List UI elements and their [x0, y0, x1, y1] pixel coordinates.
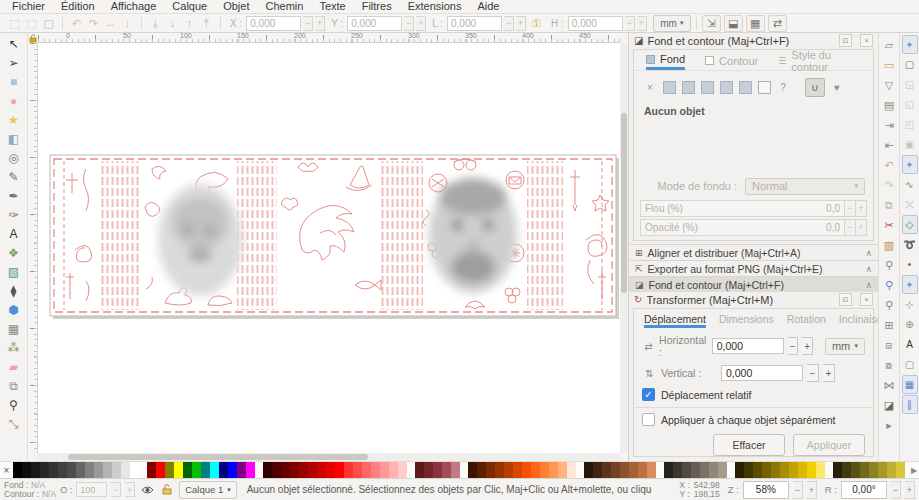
- color-swatch[interactable]: [317, 462, 326, 478]
- horizontal-minus-button[interactable]: −: [788, 337, 799, 355]
- opacity-indicator-field[interactable]: 100: [76, 482, 107, 497]
- color-swatch[interactable]: [878, 462, 887, 478]
- color-swatch[interactable]: [49, 462, 58, 478]
- blur-plus-button[interactable]: +: [856, 200, 867, 217]
- relative-move-checkbox[interactable]: ✓: [642, 388, 655, 401]
- color-swatch[interactable]: [673, 462, 682, 478]
- zoom-drawing-icon[interactable]: ⚲: [880, 275, 898, 295]
- color-swatch[interactable]: [103, 462, 112, 478]
- color-swatch[interactable]: [531, 462, 540, 478]
- color-swatch[interactable]: [638, 462, 647, 478]
- vertical-minus-button[interactable]: −: [807, 364, 819, 382]
- opacity-minus-button[interactable]: −: [845, 219, 856, 236]
- color-swatch[interactable]: [326, 462, 335, 478]
- color-swatch[interactable]: [833, 462, 842, 478]
- snap-others-icon[interactable]: ⌖: [902, 275, 918, 294]
- snap-path-icon[interactable]: ∿: [902, 175, 918, 194]
- color-swatch[interactable]: [771, 462, 780, 478]
- color-swatch[interactable]: [308, 462, 317, 478]
- opacity-minus-button[interactable]: −: [111, 482, 121, 497]
- palette-scroll-right-icon[interactable]: ▶: [911, 462, 919, 478]
- vertical-scrollbar-thumb[interactable]: [621, 113, 627, 293]
- color-swatch[interactable]: [620, 462, 629, 478]
- menu-texte[interactable]: Texte: [311, 0, 353, 13]
- zoom-field[interactable]: 58%: [743, 481, 789, 499]
- tab-stroke-paint[interactable]: Contour: [705, 54, 758, 70]
- color-swatch[interactable]: [272, 462, 281, 478]
- rotation-field[interactable]: 0,00°: [841, 481, 887, 499]
- paint-swatch-button[interactable]: [757, 81, 771, 95]
- color-swatch[interactable]: [753, 462, 762, 478]
- paint-pattern-button[interactable]: [719, 81, 733, 95]
- fill-stroke-title-bar[interactable]: ◪ Fond et contour (Maj+Ctrl+F) ⊡ ×: [629, 33, 878, 47]
- snap-enable-icon[interactable]: ⌖: [902, 35, 918, 54]
- color-swatch[interactable]: [67, 462, 76, 478]
- transform-tab[interactable]: Rotation: [787, 313, 826, 328]
- zoom-plus-button[interactable]: +: [807, 481, 817, 499]
- color-swatch[interactable]: [691, 462, 700, 478]
- x-minus-button[interactable]: −: [303, 16, 313, 31]
- iconify-transform-button[interactable]: ⊡: [839, 293, 852, 306]
- color-swatch[interactable]: [504, 462, 513, 478]
- dock-header-align[interactable]: ⊞ Aligner et distribuer (Maj+Ctrl+A) ∧: [629, 244, 878, 260]
- color-swatch[interactable]: [887, 462, 896, 478]
- vertical-plus-button[interactable]: +: [823, 364, 835, 382]
- bucket-tool[interactable]: ⬢: [2, 300, 26, 319]
- move-patterns-toggle-icon[interactable]: ⬓: [724, 15, 743, 32]
- undo-icon[interactable]: ↶: [880, 155, 898, 175]
- color-swatch[interactable]: [147, 462, 156, 478]
- move-gradients-toggle-icon[interactable]: ⇲: [702, 15, 721, 32]
- color-swatch[interactable]: [398, 462, 407, 478]
- snap-guide-icon[interactable]: ∥: [902, 395, 918, 414]
- color-swatch[interactable]: [629, 462, 638, 478]
- snap-bbox-midpoint-icon[interactable]: ◰: [902, 115, 918, 134]
- dock-header-export[interactable]: ⇱ Exporter au format PNG (Maj+Ctrl+E) ∧: [629, 260, 878, 276]
- clear-button[interactable]: Effacer: [713, 434, 785, 456]
- color-swatch[interactable]: [174, 462, 183, 478]
- dock-header-fill-stroke[interactable]: ◪ Fond et contour (Maj+Ctrl+F) ∧: [629, 276, 878, 292]
- fill-stroke-indicator[interactable]: Fond :N/A Contour :N/A: [4, 481, 56, 499]
- close-transform-button[interactable]: ×: [860, 293, 873, 306]
- y-field[interactable]: 0,000: [347, 16, 402, 31]
- rotation-plus-button[interactable]: +: [905, 481, 915, 499]
- vertical-field[interactable]: 0,000: [721, 365, 803, 381]
- redo-icon[interactable]: ↷: [880, 175, 898, 195]
- lock-ratio-icon[interactable]: ⚿: [528, 16, 545, 31]
- paint-unknown-button[interactable]: ?: [776, 81, 790, 95]
- menu-affichage[interactable]: Affichage: [103, 0, 165, 13]
- apply-button[interactable]: Appliquer: [793, 434, 865, 456]
- menu-objet[interactable]: Objet: [215, 0, 257, 13]
- color-swatch[interactable]: [237, 462, 246, 478]
- snap-bbox-edge-icon[interactable]: ◲: [902, 75, 918, 94]
- color-swatch[interactable]: [210, 462, 219, 478]
- color-swatch[interactable]: [22, 462, 31, 478]
- horizontal-field[interactable]: 0,000: [712, 338, 784, 354]
- rectangle-tool[interactable]: ■: [2, 72, 26, 91]
- color-swatch[interactable]: [380, 462, 389, 478]
- flip-horizontal-icon[interactable]: ↔: [102, 16, 119, 31]
- color-swatch[interactable]: [647, 462, 656, 478]
- gradient-tool[interactable]: ▧: [2, 262, 26, 281]
- paint-radial-gradient-button[interactable]: [700, 81, 714, 95]
- box3d-tool[interactable]: ◧: [2, 129, 26, 148]
- tab-fill[interactable]: Fond: [646, 54, 685, 70]
- horizontal-plus-button[interactable]: +: [802, 337, 813, 355]
- color-swatch[interactable]: [540, 462, 549, 478]
- color-swatch[interactable]: [807, 462, 816, 478]
- spiral-tool[interactable]: ◎: [2, 148, 26, 167]
- y-minus-button[interactable]: −: [404, 16, 414, 31]
- width-minus-button[interactable]: −: [504, 16, 514, 31]
- color-swatch[interactable]: [486, 462, 495, 478]
- color-swatch[interactable]: [130, 462, 139, 478]
- paste-icon[interactable]: ▥: [880, 235, 898, 255]
- color-swatch[interactable]: [851, 462, 860, 478]
- color-swatch[interactable]: [85, 462, 94, 478]
- color-swatch[interactable]: [442, 462, 451, 478]
- color-swatch[interactable]: [567, 462, 576, 478]
- zoom-tool[interactable]: ⚲: [2, 395, 26, 414]
- color-swatch[interactable]: [709, 462, 718, 478]
- color-swatch[interactable]: [762, 462, 771, 478]
- color-swatch[interactable]: [156, 462, 165, 478]
- color-swatch[interactable]: [353, 462, 362, 478]
- apply-separately-checkbox[interactable]: [642, 413, 655, 426]
